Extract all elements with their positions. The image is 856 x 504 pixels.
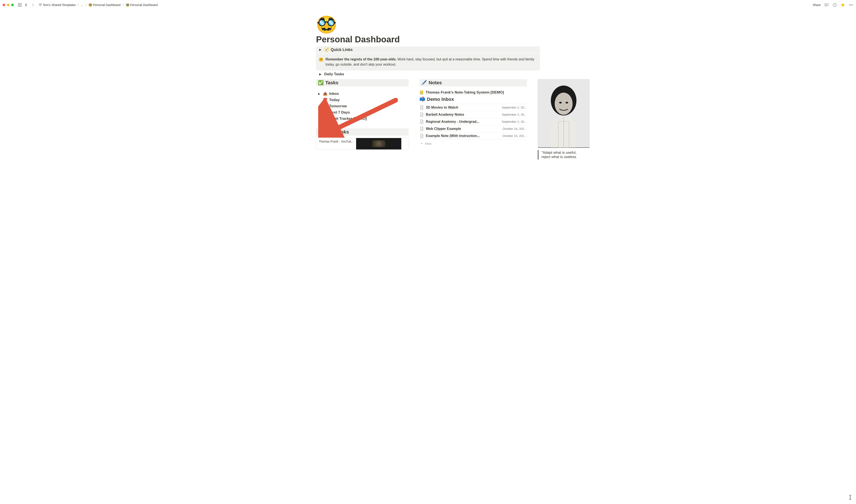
note-row[interactable]: Web Clipper Example October 24, 202...	[420, 125, 527, 132]
web-link-card[interactable]: Thomas Frank - YouTub...	[316, 138, 409, 150]
tasks-header[interactable]: ✅ Tasks	[316, 79, 409, 87]
task-item-label: Today	[329, 98, 340, 102]
document-icon	[420, 105, 424, 110]
breadcrumb-separator: /	[78, 3, 79, 7]
note-title: 3D Movies to Watch	[426, 106, 458, 110]
notes-system-link[interactable]: 📒 Thomas Frank's Note-Taking System [DEM…	[420, 90, 527, 95]
callout-text: Remember the regrets of the 100-year-old…	[326, 57, 536, 67]
svg-point-8	[559, 102, 562, 104]
new-note-button[interactable]: ＋ New	[420, 140, 527, 147]
note-row[interactable]: Regional Anatomy - Undergrad... Septembe…	[420, 118, 527, 125]
reminder-callout[interactable]: 🤗 Remember the regrets of the 100-year-o…	[316, 53, 540, 71]
note-date: September 2, 20...	[502, 106, 527, 109]
maximize-window-button[interactable]	[11, 4, 14, 6]
svg-point-9	[566, 102, 568, 104]
favorite-star-icon[interactable]	[840, 3, 845, 7]
task-item-icon: 📥	[323, 92, 327, 96]
note-date: October 24, 202...	[502, 134, 527, 138]
breadcrumb-mid-icon: 🥸	[88, 3, 92, 7]
comments-icon[interactable]	[824, 3, 829, 7]
task-item-label: Habit Tracker [DEMO]	[329, 116, 367, 121]
toggle-caret-icon[interactable]: ▶	[318, 72, 323, 76]
task-item-label: Inbox	[329, 92, 339, 96]
topbar-right: Share	[813, 3, 853, 7]
svg-point-3	[851, 4, 852, 5]
notes-inbox-header[interactable]: 📫 Demo Inbox	[420, 95, 527, 104]
document-icon	[420, 112, 424, 117]
quick-links-label: Quick Links	[331, 48, 353, 52]
quick-links-icon: 🧭	[324, 47, 329, 52]
notes-system-label: Thomas Frank's Note-Taking System [DEMO]	[426, 90, 504, 95]
tasks-column: ✅ Tasks ▶ 📥 Inbox 📆 Today 🌅 Tomorrow	[316, 79, 409, 150]
page-icon[interactable]: 🥸	[316, 16, 540, 33]
quote-line-1: "Adapt what is useful,	[542, 150, 592, 155]
breadcrumb-ellipsis[interactable]: ...	[80, 3, 84, 7]
document-icon	[420, 134, 424, 138]
task-item-next7days[interactable]: 🗓️ Next 7 Days	[316, 109, 409, 116]
page-title[interactable]: Personal Dashboard	[316, 35, 540, 44]
callout-emoji-icon: 🤗	[319, 57, 323, 67]
svg-point-7	[554, 93, 572, 115]
minimize-window-button[interactable]	[7, 4, 10, 6]
task-item-icon: 📆	[323, 98, 327, 102]
note-date: September 2, 20...	[502, 113, 527, 116]
tasks-header-icon: ✅	[318, 80, 324, 86]
quote-text[interactable]: "Adapt what is useful, reject what is us…	[538, 150, 592, 160]
notes-header[interactable]: 🖊️ Notes	[420, 79, 527, 87]
breadcrumb-mid[interactable]: 🥸 Personal Dashboard	[88, 3, 121, 7]
quick-links-toggle[interactable]: ▶ 🧭 Quick Links	[316, 47, 540, 53]
breadcrumb-root-icon: 🦈	[38, 3, 42, 7]
breadcrumb-mid-label: Personal Dashboard	[93, 3, 121, 7]
note-row[interactable]: 3D Movies to Watch September 2, 20...	[420, 104, 527, 111]
task-item-label: Tomorrow	[329, 104, 347, 109]
updates-icon[interactable]	[832, 3, 837, 7]
note-title: Barbell Academy Notes	[426, 113, 464, 117]
note-row[interactable]: Example Note (With Instruction... Octobe…	[420, 132, 527, 140]
task-item-icon: 🗓️	[323, 110, 327, 115]
note-title: Example Note (With Instruction...	[426, 134, 480, 138]
svg-point-2	[849, 4, 850, 5]
page-content: 🥸 Personal Dashboard ▶ 🧭 Quick Links 🤗 R…	[294, 10, 562, 160]
task-item-tomorrow[interactable]: 🌅 Tomorrow	[316, 103, 409, 109]
notes-inbox-icon: 📫	[420, 96, 425, 102]
web-link-thumbnail	[356, 138, 401, 149]
note-title: Web Clipper Example	[426, 127, 461, 131]
note-row[interactable]: Barbell Academy Notes September 2, 20...	[420, 111, 527, 118]
forward-button[interactable]	[30, 2, 35, 7]
task-item-icon: 🌅	[323, 104, 327, 109]
tasks-list: ▶ 📥 Inbox 📆 Today 🌅 Tomorrow 🗓️	[316, 90, 409, 123]
breadcrumb-root[interactable]: 🦈 Tom's Shared Templates	[37, 3, 76, 7]
sidebar-toggle-button[interactable]	[17, 2, 22, 7]
notes-inbox-label: Demo Inbox	[427, 96, 454, 102]
task-item-icon: 💪	[323, 116, 327, 121]
share-button[interactable]: Share	[813, 3, 821, 7]
task-item-label: Next 7 Days	[329, 110, 350, 115]
note-title: Regional Anatomy - Undergrad...	[426, 120, 479, 124]
window-controls	[3, 4, 14, 6]
topbar: 🦈 Tom's Shared Templates / ... / 🥸 Perso…	[0, 0, 856, 10]
close-window-button[interactable]	[3, 4, 5, 6]
web-link-title: Thomas Frank - YouTub...	[316, 138, 356, 149]
quote-image[interactable]	[538, 79, 589, 148]
web-links-header[interactable]: 🌐 Web Links	[316, 128, 409, 136]
notes-header-label: Notes	[429, 80, 442, 86]
document-icon	[420, 127, 424, 131]
notes-system-icon: 📒	[420, 90, 424, 95]
columns-layout: ✅ Tasks ▶ 📥 Inbox 📆 Today 🌅 Tomorrow	[316, 79, 540, 160]
toggle-caret-icon[interactable]: ▶	[318, 47, 323, 52]
notes-column: 🖊️ Notes 📒 Thomas Frank's Note-Taking Sy…	[420, 79, 527, 147]
task-item-habit-tracker[interactable]: 💪 Habit Tracker [DEMO]	[316, 116, 409, 122]
more-menu-icon[interactable]	[849, 3, 853, 7]
back-button[interactable]	[24, 2, 29, 7]
breadcrumb-leaf[interactable]: 🥸 Personal Dashboard	[125, 3, 159, 7]
quote-column: "Adapt what is useful, reject what is us…	[538, 79, 592, 160]
web-links-label: Web Links	[325, 129, 349, 135]
task-item-inbox[interactable]: ▶ 📥 Inbox	[316, 91, 409, 97]
note-date: October 24, 202...	[502, 127, 527, 130]
daily-tasks-toggle[interactable]: ▶ Daily Tasks	[316, 71, 540, 78]
task-item-today[interactable]: 📆 Today	[316, 97, 409, 103]
breadcrumb: 🦈 Tom's Shared Templates / ... / 🥸 Perso…	[37, 3, 158, 7]
note-date: September 2, 20...	[502, 120, 527, 123]
toggle-caret-icon[interactable]: ▶	[317, 92, 321, 95]
svg-rect-0	[825, 3, 828, 6]
